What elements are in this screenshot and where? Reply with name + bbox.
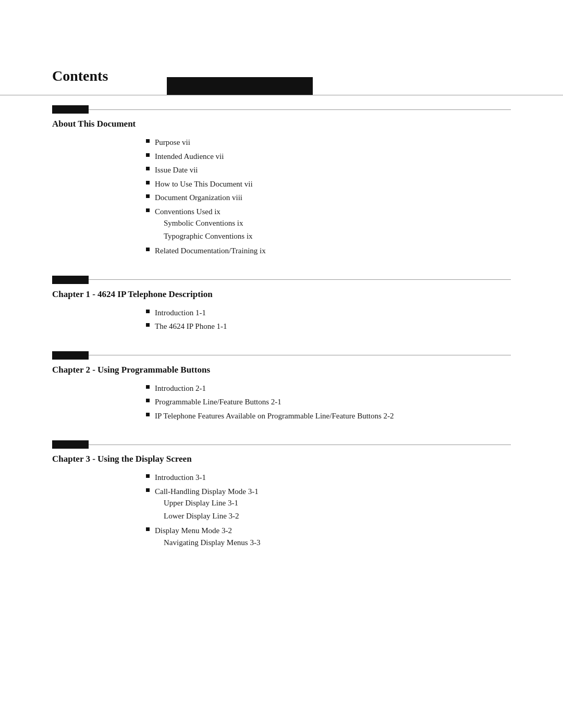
list-item-content: Conventions Used ixSymbolic Conventions … [155,206,253,243]
bullet-icon [146,153,150,157]
sub-list: Symbolic Conventions ixTypographic Conve… [164,217,253,242]
list-item-text: The 4624 IP Phone 1-1 [155,322,227,330]
list-item: Conventions Used ixSymbolic Conventions … [146,206,511,243]
section-rule-line-chapter-1 [89,279,511,280]
list-item-text: Intended Audience vii [155,152,224,161]
list-item: Document Organization viii [146,192,511,204]
list-item: Issue Date vii [146,164,511,176]
page: Contents About This DocumentPurpose viiI… [0,52,563,728]
bullet-icon [146,474,150,478]
section-title-chapter-3: Chapter 3 - Using the Display Screen [52,454,511,464]
list-item-content: Programmable Line/Feature Buttons 2-1 [155,396,282,408]
list-item-content: How to Use This Document vii [155,178,253,190]
section-black-rect-chapter-2 [52,351,89,360]
bullet-icon [146,208,150,212]
bullet-icon [146,248,150,251]
list-item: How to Use This Document vii [146,178,511,190]
list-item: Lower Display Line 3-2 [164,510,259,522]
list-item-text: Purpose vii [155,138,190,146]
bullet-list-chapter-3: Introduction 3-1Call-Handling Display Mo… [146,472,511,549]
list-item: IP Telephone Features Available on Progr… [146,410,511,422]
bullet-icon [146,385,150,389]
section-chapter-3: Chapter 3 - Using the Display ScreenIntr… [52,440,511,549]
bullet-list-chapter-1: Introduction 1-1The 4624 IP Phone 1-1 [146,307,511,332]
list-item: Navigating Display Menus 3-3 [164,537,260,549]
list-item-content: IP Telephone Features Available on Progr… [155,410,394,422]
list-item-text: Issue Date vii [155,166,198,174]
list-item-text: Programmable Line/Feature Buttons 2-1 [155,398,282,406]
sub-list-item-text: Upper Display Line 3-1 [164,497,238,509]
list-item-text: How to Use This Document vii [155,180,253,188]
sub-list: Upper Display Line 3-1Lower Display Line… [164,497,259,522]
bullet-list-chapter-2: Introduction 2-1Programmable Line/Featur… [146,382,511,422]
list-item-content: Purpose vii [155,137,190,149]
bullet-icon [146,413,150,416]
list-item-text: Conventions Used ix [155,207,221,216]
section-rule-chapter-1 [52,276,511,284]
bullet-icon [146,167,150,170]
list-item-content: Issue Date vii [155,164,198,176]
list-item: Intended Audience vii [146,151,511,163]
list-item-text: IP Telephone Features Available on Progr… [155,412,394,420]
section-rule-about-this-document [52,105,511,114]
list-item-content: Document Organization viii [155,192,242,204]
list-item: Introduction 1-1 [146,307,511,319]
list-item-content: The 4624 IP Phone 1-1 [155,320,227,332]
list-item: Call-Handling Display Mode 3-1Upper Disp… [146,486,511,523]
list-item: Typographic Conventions ix [164,230,253,242]
list-item-text: Related Documentation/Training ix [155,246,266,255]
header-rule [0,95,563,95]
section-title-chapter-1: Chapter 1 - 4624 IP Telephone Descriptio… [52,289,511,300]
list-item-text: Display Menu Mode 3-2 [155,526,232,535]
list-item-content: Display Menu Mode 3-2Navigating Display … [155,525,260,549]
section-black-rect-about-this-document [52,105,89,114]
bullet-list-about-this-document: Purpose viiIntended Audience viiIssue Da… [146,137,511,257]
section-rule-line-chapter-3 [89,445,511,445]
sections-container: About This DocumentPurpose viiIntended A… [52,105,511,549]
section-rule-chapter-2 [52,351,511,360]
list-item: Programmable Line/Feature Buttons 2-1 [146,396,511,408]
section-rule-line-chapter-2 [89,355,511,355]
section-title-chapter-2: Chapter 2 - Using Programmable Buttons [52,365,511,375]
section-black-rect-chapter-3 [52,440,89,449]
list-item-content: Call-Handling Display Mode 3-1Upper Disp… [155,486,259,523]
bullet-icon [146,527,150,531]
sub-list-item-text: Typographic Conventions ix [164,230,253,242]
list-item: Related Documentation/Training ix [146,245,511,257]
bullet-icon [146,181,150,184]
list-item-content: Introduction 3-1 [155,472,206,484]
list-item-text: Introduction 3-1 [155,473,206,482]
list-item: The 4624 IP Phone 1-1 [146,320,511,332]
list-item: Upper Display Line 3-1 [164,497,259,509]
section-title-about-this-document: About This Document [52,119,511,129]
bullet-icon [146,310,150,313]
bullet-icon [146,399,150,402]
sub-list-item-text: Symbolic Conventions ix [164,217,243,229]
list-item-content: Introduction 1-1 [155,307,206,319]
list-item: Purpose vii [146,137,511,149]
list-item-text: Introduction 1-1 [155,309,206,317]
section-rule-chapter-3 [52,440,511,449]
bullet-icon [146,194,150,198]
sub-list: Navigating Display Menus 3-3 [164,537,260,549]
list-item-text: Introduction 2-1 [155,384,206,392]
list-item: Introduction 3-1 [146,472,511,484]
top-decorative-rect [167,77,313,95]
section-about-this-document: About This DocumentPurpose viiIntended A… [52,105,511,257]
list-item: Introduction 2-1 [146,382,511,394]
main-content: Contents About This DocumentPurpose viiI… [0,52,563,599]
list-item-content: Related Documentation/Training ix [155,245,266,257]
list-item: Display Menu Mode 3-2Navigating Display … [146,525,511,549]
bullet-icon [146,139,150,143]
bullet-icon [146,488,150,492]
bullet-icon [146,323,150,327]
list-item: Symbolic Conventions ix [164,217,253,229]
list-item-content: Introduction 2-1 [155,382,206,394]
sub-list-item-text: Lower Display Line 3-2 [164,510,239,522]
section-chapter-1: Chapter 1 - 4624 IP Telephone Descriptio… [52,276,511,332]
section-chapter-2: Chapter 2 - Using Programmable ButtonsIn… [52,351,511,422]
sub-list-item-text: Navigating Display Menus 3-3 [164,537,260,549]
section-rule-line-about-this-document [89,109,511,110]
list-item-text: Call-Handling Display Mode 3-1 [155,487,259,496]
list-item-content: Intended Audience vii [155,151,224,163]
